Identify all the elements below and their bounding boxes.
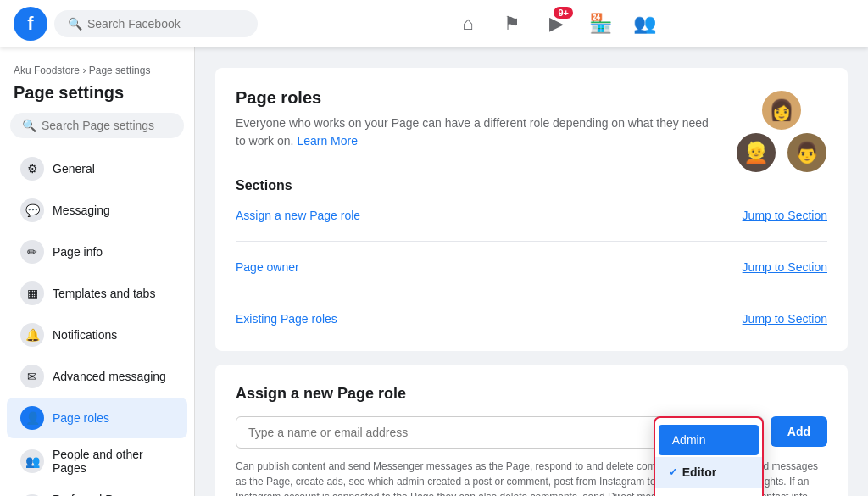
advanced-messaging-icon: ✉ (20, 365, 44, 388)
video-nav-button[interactable]: ▶ 9+ (536, 3, 576, 44)
page-title: Page settings (0, 80, 194, 113)
sidebar-item-advanced-messaging[interactable]: ✉ Advanced messaging (7, 356, 187, 397)
existing-roles-jump[interactable]: Jump to Section (743, 312, 827, 326)
dropdown-item-editor[interactable]: ✓ Editor (655, 457, 762, 488)
search-icon: 🔍 (68, 17, 82, 31)
avatar-3: 👱 (734, 131, 778, 175)
add-role-button[interactable]: Add (771, 416, 827, 447)
assign-role-jump[interactable]: Jump to Section (743, 209, 827, 222)
messaging-icon: 💬 (20, 198, 44, 222)
sidebar-item-people-pages[interactable]: 👥 People and other Pages (7, 439, 187, 483)
home-nav-button[interactable]: ⌂ (448, 3, 488, 44)
sidebar-search-icon: 🔍 (22, 119, 36, 132)
section-link-row-1: Assign a new Page role Jump to Section (236, 203, 827, 227)
sidebar-item-templates[interactable]: ▦ Templates and tabs (7, 273, 187, 314)
general-icon: ⚙ (20, 157, 44, 181)
sidebar-label: Advanced messaging (53, 370, 166, 383)
sidebar-label: Page info (53, 245, 103, 259)
existing-roles-link[interactable]: Existing Page roles (236, 312, 337, 326)
sidebar-label: Notifications (53, 328, 117, 342)
search-box[interactable]: 🔍 (54, 10, 258, 37)
sidebar-item-preferred-audience[interactable]: 🎯 Preferred Page Audience (7, 484, 187, 496)
role-dropdown-menu: Admin ✓ Editor Moderator Advertiser (654, 416, 764, 496)
main-content: 👩 👨 👱 Page roles Everyone who works on y… (195, 47, 868, 496)
dropdown-item-moderator[interactable]: Moderator (655, 488, 762, 496)
assign-role-card: Assign a new Page role Editor ▾ Admin ✓ (215, 365, 848, 496)
video-badge: 9+ (554, 7, 573, 19)
sidebar-item-general[interactable]: ⚙ General (7, 148, 187, 189)
store-icon: 🏪 (589, 13, 612, 35)
nav-left: f 🔍 (14, 7, 258, 41)
sidebar-label: Preferred Page Audience (53, 493, 174, 496)
marketplace-nav-button[interactable]: 🏪 (580, 3, 620, 44)
home-icon: ⌂ (462, 13, 473, 35)
facebook-logo[interactable]: f (14, 7, 47, 41)
sidebar-item-messaging[interactable]: 💬 Messaging (7, 190, 187, 231)
role-selector-wrapper: Editor ▾ Admin ✓ Editor Moderator (696, 416, 764, 449)
page-owner-link[interactable]: Page owner (236, 260, 299, 274)
assign-role-link[interactable]: Assign a new Page role (236, 209, 360, 222)
assign-input-row: Editor ▾ Admin ✓ Editor Moderator (236, 416, 827, 449)
divider (236, 241, 827, 242)
notifications-icon: 🔔 (20, 323, 44, 347)
dropdown-item-label: Admin (672, 433, 706, 447)
search-input[interactable] (87, 17, 244, 31)
sidebar-item-page-info[interactable]: ✏ Page info (7, 231, 187, 272)
section-link-row-2: Page owner Jump to Section (236, 255, 827, 279)
people-icon: 👥 (633, 13, 656, 35)
sidebar-item-notifications[interactable]: 🔔 Notifications (7, 315, 187, 355)
avatar-2: 👨 (785, 131, 829, 175)
sidebar: Aku Foodstore › Page settings Page setti… (0, 47, 195, 496)
page-info-icon: ✏ (20, 240, 44, 264)
nav-center: ⌂ ⚑ ▶ 9+ 🏪 👥 (448, 3, 665, 44)
dropdown-item-admin[interactable]: Admin (659, 425, 759, 455)
avatar-1: 👩 (760, 88, 804, 132)
divider (236, 293, 827, 293)
top-navigation: f 🔍 ⌂ ⚑ ▶ 9+ 🏪 👥 (0, 0, 868, 47)
sidebar-label: General (53, 162, 95, 176)
sidebar-label: Messaging (53, 203, 110, 217)
dropdown-item-label: Editor (682, 465, 716, 479)
flag-icon: ⚑ (504, 13, 520, 35)
sidebar-label: Page roles (53, 411, 109, 425)
checkmark-icon: ✓ (669, 466, 677, 478)
assign-role-title: Assign a new Page role (236, 385, 827, 403)
templates-icon: ▦ (20, 281, 44, 305)
breadcrumb: Aku Foodstore › Page settings (0, 58, 194, 80)
avatars-area: 👩 👨 👱 (734, 88, 827, 181)
sidebar-search-input[interactable] (42, 119, 172, 132)
assign-role-input[interactable] (236, 416, 689, 449)
people-pages-icon: 👥 (20, 449, 44, 473)
people-nav-button[interactable]: 👥 (624, 3, 665, 44)
page-roles-card: 👩 👨 👱 Page roles Everyone who works on y… (215, 68, 848, 351)
sidebar-label: People and other Pages (53, 448, 174, 475)
page-roles-icon: 👤 (20, 406, 44, 430)
section-link-row-3: Existing Page roles Jump to Section (236, 307, 827, 331)
page-owner-jump[interactable]: Jump to Section (743, 260, 827, 274)
main-layout: Aku Foodstore › Page settings Page setti… (0, 47, 868, 496)
sidebar-item-page-roles[interactable]: 👤 Page roles (7, 398, 187, 438)
sidebar-search-box[interactable]: 🔍 (10, 113, 184, 138)
learn-more-link[interactable]: Learn More (297, 134, 358, 148)
pages-nav-button[interactable]: ⚑ (492, 3, 532, 44)
sidebar-label: Templates and tabs (53, 287, 155, 300)
